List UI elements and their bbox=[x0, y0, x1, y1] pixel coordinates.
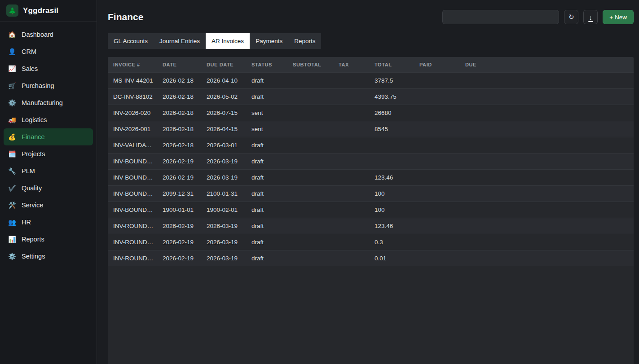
cell-invoice: INV-2026-001 bbox=[108, 121, 157, 137]
cell-status: draft bbox=[246, 234, 287, 250]
cell-date: 2026-02-19 bbox=[157, 170, 201, 186]
table-row[interactable]: INV-2026-0012026-02-182026-04-15sent8545 bbox=[108, 121, 634, 137]
table-row[interactable]: INV-BOUND-…2099-12-312100-01-31draft100 bbox=[108, 186, 634, 202]
sidebar-item-service[interactable]: 🛠️Service bbox=[4, 197, 93, 214]
cell-tax bbox=[333, 218, 369, 234]
cell-subtotal bbox=[287, 89, 333, 105]
page-title: Finance bbox=[108, 12, 143, 22]
table-row[interactable]: INV-ROUND-…2026-02-192026-03-19draft0.3 bbox=[108, 234, 634, 250]
people-icon: 👥 bbox=[8, 219, 16, 226]
cell-tax bbox=[333, 170, 369, 186]
cell-subtotal bbox=[287, 73, 333, 89]
sidebar-item-quality[interactable]: ✔️Quality bbox=[4, 180, 93, 197]
sidebar-item-label: Service bbox=[22, 202, 43, 209]
cell-total: 123.46 bbox=[369, 170, 414, 186]
cell-total: 8545 bbox=[369, 121, 414, 137]
refresh-button[interactable]: ↻ bbox=[564, 10, 578, 24]
tab-reports[interactable]: Reports bbox=[288, 33, 321, 49]
sidebar: 🌲 Yggdrasil 🏠Dashboard👤CRM📈Sales🛒Purchas… bbox=[0, 0, 97, 364]
cell-due-date: 1900-02-01 bbox=[201, 202, 246, 218]
sidebar-item-label: Projects bbox=[22, 150, 45, 158]
sidebar-item-label: Finance bbox=[22, 133, 45, 140]
table-row[interactable]: INV-VALIDATI…2026-02-182026-03-01draft bbox=[108, 137, 634, 153]
column-header-total: TOTAL bbox=[369, 57, 414, 73]
sidebar-item-finance[interactable]: 💰Finance bbox=[4, 128, 93, 145]
sidebar-item-label: CRM bbox=[22, 48, 36, 55]
new-button[interactable]: + New bbox=[603, 10, 634, 24]
cell-due bbox=[460, 121, 634, 137]
table-row[interactable]: INV-ROUND-…2026-02-192026-03-19draft0.01 bbox=[108, 250, 634, 267]
gear-icon: ⚙️ bbox=[8, 99, 16, 106]
sidebar-item-settings[interactable]: ⚙️Settings bbox=[4, 248, 93, 265]
cell-paid bbox=[414, 121, 460, 137]
sidebar-item-reports[interactable]: 📊Reports bbox=[4, 231, 93, 248]
gear-icon: ⚙️ bbox=[8, 253, 16, 260]
cell-due-date: 2026-03-19 bbox=[201, 153, 246, 170]
tab-payments[interactable]: Payments bbox=[250, 33, 288, 49]
sidebar-item-crm[interactable]: 👤CRM bbox=[4, 43, 93, 60]
app-root: 🌲 Yggdrasil 🏠Dashboard👤CRM📈Sales🛒Purchas… bbox=[0, 0, 639, 364]
cell-subtotal bbox=[287, 218, 333, 234]
cell-total: 123.46 bbox=[369, 218, 414, 234]
tab-gl-accounts[interactable]: GL Accounts bbox=[108, 33, 154, 49]
refresh-icon: ↻ bbox=[568, 13, 574, 21]
tab-journal-entries[interactable]: Journal Entries bbox=[154, 33, 206, 49]
cell-due bbox=[460, 137, 634, 153]
sidebar-nav: 🏠Dashboard👤CRM📈Sales🛒Purchasing⚙️Manufac… bbox=[0, 22, 97, 265]
cell-tax bbox=[333, 73, 369, 89]
sidebar-item-dashboard[interactable]: 🏠Dashboard bbox=[4, 26, 93, 43]
sidebar-item-sales[interactable]: 📈Sales bbox=[4, 60, 93, 77]
table-row[interactable]: MS-INV-442012026-02-182026-04-10draft378… bbox=[108, 73, 634, 89]
cell-date: 1900-01-01 bbox=[157, 202, 201, 218]
cell-date: 2026-02-18 bbox=[157, 89, 201, 105]
sidebar-item-label: Settings bbox=[22, 253, 45, 260]
cell-due-date: 2026-04-10 bbox=[201, 73, 246, 89]
table-row[interactable]: INV-BOUND-…2026-02-192026-03-19draft bbox=[108, 153, 634, 170]
bar-chart-icon: 📊 bbox=[8, 236, 16, 243]
app-logo[interactable]: 🌲 Yggdrasil bbox=[0, 0, 97, 22]
table-row[interactable]: INV-ROUND-…2026-02-192026-03-19draft123.… bbox=[108, 218, 634, 234]
export-button[interactable]: ↓ bbox=[583, 10, 598, 24]
sidebar-item-hr[interactable]: 👥HR bbox=[4, 214, 93, 231]
cell-invoice: INV-BOUND-… bbox=[108, 170, 157, 186]
cell-total: 26680 bbox=[369, 105, 414, 121]
sidebar-item-projects[interactable]: 🗓️Projects bbox=[4, 145, 93, 162]
sidebar-item-label: Quality bbox=[22, 184, 42, 192]
cell-status: draft bbox=[246, 250, 287, 267]
ar-invoices-table: INVOICE #DATEDUE DATESTATUSSUBTOTALTAXTO… bbox=[108, 57, 634, 364]
calendar-icon: 🗓️ bbox=[8, 150, 16, 158]
table-row[interactable]: INV-2026-0202026-02-182026-07-15sent2668… bbox=[108, 105, 634, 121]
download-icon: ↓ bbox=[589, 14, 593, 21]
cart-icon: 🛒 bbox=[8, 82, 16, 89]
cell-paid bbox=[414, 73, 460, 89]
cell-invoice: INV-ROUND-… bbox=[108, 234, 157, 250]
sidebar-item-label: Dashboard bbox=[22, 31, 53, 38]
column-header-date: DATE bbox=[157, 57, 201, 73]
cell-due bbox=[460, 170, 634, 186]
table-row[interactable]: DC-INV-881022026-02-182026-05-02draft439… bbox=[108, 89, 634, 105]
column-header-status: STATUS bbox=[246, 57, 287, 73]
cell-subtotal bbox=[287, 121, 333, 137]
cell-due bbox=[460, 202, 634, 218]
cell-date: 2099-12-31 bbox=[157, 186, 201, 202]
tab-bar: GL AccountsJournal EntriesAR InvoicesPay… bbox=[108, 33, 634, 49]
table-row[interactable]: INV-BOUND-…1900-01-011900-02-01draft100 bbox=[108, 202, 634, 218]
cell-subtotal bbox=[287, 250, 333, 267]
app-title: Yggdrasil bbox=[23, 6, 58, 15]
cell-paid bbox=[414, 89, 460, 105]
sidebar-item-label: Sales bbox=[22, 65, 38, 72]
cell-total: 100 bbox=[369, 202, 414, 218]
cell-invoice: INV-ROUND-… bbox=[108, 250, 157, 267]
table-header-row: INVOICE #DATEDUE DATESTATUSSUBTOTALTAXTO… bbox=[108, 57, 634, 73]
sidebar-item-manufacturing[interactable]: ⚙️Manufacturing bbox=[4, 94, 93, 111]
table-row[interactable]: INV-BOUND-…2026-02-192026-03-19draft123.… bbox=[108, 170, 634, 186]
cell-due-date: 2026-04-15 bbox=[201, 121, 246, 137]
sidebar-item-purchasing[interactable]: 🛒Purchasing bbox=[4, 77, 93, 94]
tab-ar-invoices[interactable]: AR Invoices bbox=[206, 33, 250, 49]
search-input[interactable] bbox=[442, 10, 559, 24]
cell-total: 100 bbox=[369, 186, 414, 202]
cell-paid bbox=[414, 186, 460, 202]
sidebar-item-plm[interactable]: 🔧PLM bbox=[4, 162, 93, 180]
sidebar-item-logistics[interactable]: 🚚Logistics bbox=[4, 111, 93, 128]
cell-status: sent bbox=[246, 105, 287, 121]
